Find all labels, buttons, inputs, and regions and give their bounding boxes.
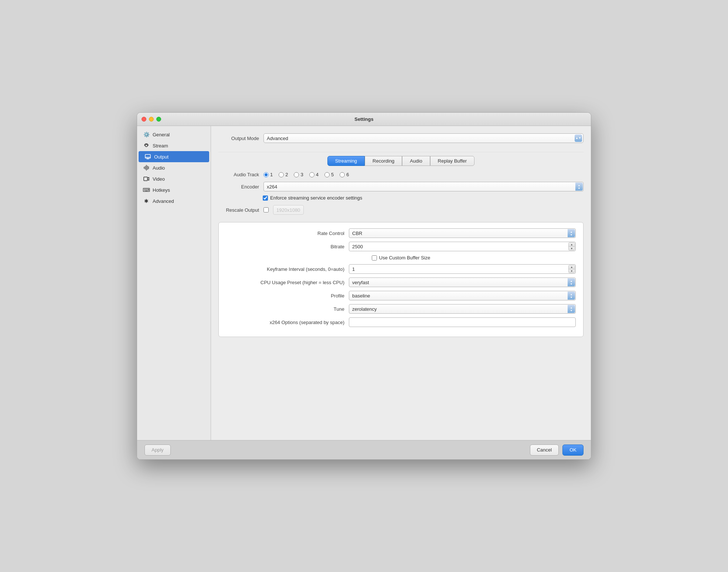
stream-icon [143, 142, 150, 149]
output-mode-select-wrapper: Advanced Simple ▲ ▼ [263, 133, 584, 143]
tune-label: Tune [226, 306, 344, 312]
encoder-select[interactable]: x264 NVENC AMD [263, 182, 584, 191]
sidebar-item-output[interactable]: Output [139, 151, 209, 162]
traffic-lights [142, 117, 161, 122]
cpu-preset-select-wrapper: ultrafast superfast veryfast faster fast… [349, 278, 576, 287]
keyframe-stepper-wrapper: ▲ ▼ [349, 264, 576, 274]
output-mode-row: Output Mode Advanced Simple ▲ ▼ [218, 133, 584, 143]
video-icon [143, 176, 150, 182]
bitrate-row: Bitrate ▲ ▼ [226, 242, 576, 251]
bitrate-input[interactable] [349, 242, 576, 251]
encoder-label: Encoder [218, 184, 259, 190]
sidebar-item-audio[interactable]: Audio [137, 162, 211, 173]
bottom-bar: Apply Cancel OK [137, 440, 591, 459]
sidebar-item-general[interactable]: ⚙️ General [137, 129, 211, 140]
audio-track-3[interactable]: 3 [294, 172, 303, 177]
sidebar-item-stream[interactable]: Stream [137, 140, 211, 151]
x264-options-row: x264 Options (separated by space) [226, 317, 576, 327]
divider-top [218, 152, 584, 152]
svg-point-0 [145, 144, 147, 147]
custom-buffer-checkbox[interactable] [372, 255, 377, 261]
profile-select[interactable]: baseline main high [349, 291, 576, 300]
tab-streaming[interactable]: Streaming [327, 156, 365, 166]
audio-track-radio-group: 1 2 3 4 5 [263, 172, 349, 177]
tune-select-wrapper: zerolatency animation film grain stillim… [349, 304, 576, 314]
bitrate-decrement[interactable]: ▼ [569, 247, 575, 251]
keyframe-increment[interactable]: ▲ [569, 265, 575, 269]
tune-select[interactable]: zerolatency animation film grain stillim… [349, 304, 576, 314]
close-button[interactable] [142, 117, 146, 122]
custom-buffer-row: Use Custom Buffer Size [226, 255, 576, 261]
audio-track-4[interactable]: 4 [309, 172, 319, 177]
rate-control-select-wrapper: CBR VBR ABR CRF CQP ▲ ▼ [349, 228, 576, 238]
output-mode-select[interactable]: Advanced Simple [263, 133, 584, 143]
sidebar-label-stream: Stream [153, 143, 168, 149]
keyframe-row: Keyframe Interval (seconds, 0=auto) ▲ ▼ [226, 264, 576, 274]
rate-control-select[interactable]: CBR VBR ABR CRF CQP [349, 228, 576, 238]
bitrate-stepper: ▲ ▼ [568, 242, 575, 251]
tab-recording[interactable]: Recording [365, 156, 402, 166]
cpu-preset-select[interactable]: ultrafast superfast veryfast faster fast… [349, 278, 576, 287]
hotkeys-icon: ⌨ [143, 187, 150, 193]
content-area: ⚙️ General Stream [137, 126, 591, 440]
tab-audio[interactable]: Audio [402, 156, 430, 166]
profile-select-wrapper: baseline main high ▲ ▼ [349, 291, 576, 300]
encoder-select-wrapper: x264 NVENC AMD ▲ ▼ [263, 182, 584, 191]
titlebar: Settings [137, 113, 591, 126]
x264-options-label: x264 Options (separated by space) [226, 320, 344, 325]
settings-window: Settings ⚙️ General Stream [137, 112, 591, 460]
encoder-row: Encoder x264 NVENC AMD ▲ ▼ [218, 182, 584, 191]
sidebar-label-general: General [153, 132, 170, 137]
keyframe-decrement[interactable]: ▼ [569, 269, 575, 273]
audio-track-6[interactable]: 6 [340, 172, 349, 177]
profile-label: Profile [226, 293, 344, 299]
settings-box: Rate Control CBR VBR ABR CRF CQP ▲ ▼ [218, 222, 584, 337]
bitrate-stepper-wrapper: ▲ ▼ [349, 242, 576, 251]
maximize-button[interactable] [156, 117, 161, 122]
sidebar-label-audio: Audio [153, 165, 165, 171]
svg-rect-5 [144, 177, 147, 181]
audio-track-row: Audio Track 1 2 3 [218, 172, 584, 177]
enforce-label: Enforce streaming service encoder settin… [270, 195, 362, 201]
x264-options-input[interactable] [349, 317, 576, 327]
sidebar-item-advanced[interactable]: ✱ Advanced [137, 195, 211, 207]
advanced-icon: ✱ [143, 198, 150, 204]
rate-control-label: Rate Control [226, 231, 344, 236]
rescale-label: Rescale Output [218, 207, 259, 213]
tab-replay-buffer[interactable]: Replay Buffer [430, 156, 475, 166]
main-panel: Output Mode Advanced Simple ▲ ▼ Streamin… [211, 126, 591, 440]
gear-icon: ⚙️ [143, 131, 150, 138]
enforce-checkbox[interactable] [263, 195, 268, 201]
rescale-select-wrapper: 1920x1080 [273, 205, 584, 215]
bitrate-increment[interactable]: ▲ [569, 243, 575, 247]
keyframe-stepper: ▲ ▼ [568, 265, 575, 273]
audio-track-5[interactable]: 5 [324, 172, 334, 177]
sidebar-item-hotkeys[interactable]: ⌨ Hotkeys [137, 184, 211, 195]
minimize-button[interactable] [149, 117, 154, 122]
apply-button[interactable]: Apply [144, 445, 171, 456]
svg-rect-1 [145, 154, 150, 158]
rescale-checkbox[interactable] [263, 207, 269, 212]
sidebar-label-advanced: Advanced [153, 198, 174, 204]
sidebar: ⚙️ General Stream [137, 126, 211, 440]
rescale-row: Rescale Output 1920x1080 [218, 205, 584, 215]
rate-control-row: Rate Control CBR VBR ABR CRF CQP ▲ ▼ [226, 228, 576, 238]
ok-button[interactable]: OK [562, 445, 584, 456]
custom-buffer-label: Use Custom Buffer Size [379, 255, 430, 261]
profile-row: Profile baseline main high ▲ ▼ [226, 291, 576, 300]
right-buttons: Cancel OK [530, 445, 584, 456]
audio-track-2[interactable]: 2 [279, 172, 288, 177]
sidebar-label-video: Video [153, 176, 165, 182]
output-mode-label: Output Mode [218, 136, 259, 141]
enforce-row: Enforce streaming service encoder settin… [218, 195, 584, 201]
keyframe-label: Keyframe Interval (seconds, 0=auto) [226, 266, 344, 272]
sidebar-label-output: Output [154, 154, 169, 160]
audio-track-1[interactable]: 1 [263, 172, 273, 177]
sidebar-item-video[interactable]: Video [137, 173, 211, 184]
audio-icon [143, 164, 150, 171]
cancel-button[interactable]: Cancel [530, 445, 559, 456]
tabs-container: Streaming Recording Audio Replay Buffer [218, 156, 584, 166]
keyframe-input[interactable] [349, 264, 576, 274]
cpu-preset-row: CPU Usage Preset (higher = less CPU) ult… [226, 278, 576, 287]
sidebar-label-hotkeys: Hotkeys [153, 187, 170, 193]
